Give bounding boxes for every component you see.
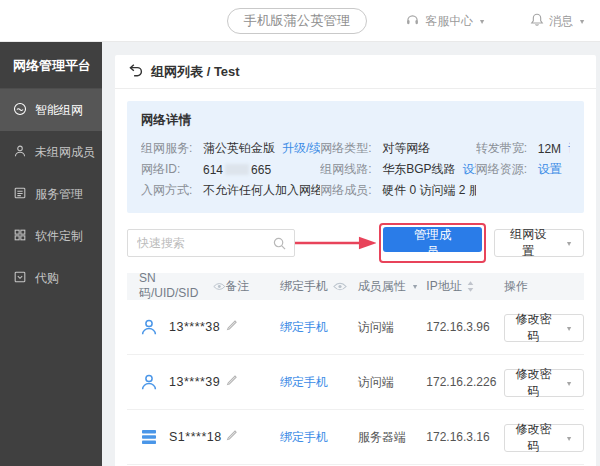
apps-grid-icon (13, 228, 27, 245)
member-ip: 172.16.3.96 (426, 320, 489, 334)
edit-note-icon[interactable] (225, 319, 238, 332)
sidebar-item-label: 软件定制 (35, 228, 83, 245)
main-content: 组网列表 / Test 网络详情 组网服务: 蒲公英铂金版 升级/续费 网络ID… (102, 42, 600, 466)
sidebar-title: 网络管理平台 (0, 42, 102, 89)
bind-phone-link[interactable]: 绑定手机 (280, 375, 328, 389)
line-settings-link[interactable]: 设置 (462, 161, 475, 178)
eye-icon[interactable] (213, 282, 226, 291)
col-header-action: 操作 (504, 278, 528, 295)
field-network-members: 网络成员: 硬件 0 访问端 2 服务器端 2 (320, 180, 476, 201)
server-member-icon (139, 427, 159, 447)
change-password-dropdown[interactable]: 修改密码▼ (504, 424, 584, 452)
sidebar-item-purchasing[interactable]: 代购 (0, 257, 102, 299)
back-icon[interactable] (128, 63, 143, 80)
field-network-service: 组网服务: 蒲公英铂金版 升级/续费 (141, 138, 320, 159)
edit-note-icon[interactable] (225, 429, 238, 442)
change-password-dropdown[interactable]: 修改密码▼ (504, 314, 584, 342)
sidebar-item-service-management[interactable]: 服务管理 (0, 173, 102, 215)
chevron-down-icon: ▼ (479, 17, 486, 25)
sidebar-item-software-customization[interactable]: 软件定制 (0, 215, 102, 257)
client-member-icon (139, 317, 159, 337)
top-header: 手机版蒲公英管理 客服中心 ▼ 消息 ▼ (0, 0, 600, 42)
resources-settings-link[interactable]: 设置 (538, 161, 562, 178)
bind-phone-link[interactable]: 绑定手机 (280, 430, 328, 444)
field-forward-bandwidth: 转发带宽: 12M 设置 (476, 138, 570, 159)
sidebar-item-label: 代购 (35, 270, 59, 287)
messages-label: 消息 (549, 13, 573, 30)
box-icon (13, 270, 27, 287)
member-role: 服务器端 (358, 430, 406, 444)
change-password-dropdown[interactable]: 修改密码▼ (504, 369, 584, 397)
sort-icon[interactable] (467, 281, 474, 292)
field-network-type: 网络类型: 对等网络 (320, 138, 476, 159)
chevron-down-icon: ▼ (565, 239, 572, 247)
network-details-panel: 网络详情 组网服务: 蒲公英铂金版 升级/续费 网络ID: 614 665 入网… (127, 101, 584, 213)
members-table: SN码/UID/SID 备注 绑定手机 成员属性 ▼ I (127, 273, 584, 466)
col-header-ip: IP地址 (426, 278, 461, 295)
annotation-arrow (295, 236, 376, 250)
breadcrumb-separator: / (207, 64, 211, 79)
person-icon (13, 144, 27, 161)
table-row: 13****38 绑定手机 访问端 172.16.3.96 修改密码▼ (127, 300, 584, 355)
smart-network-icon (13, 102, 27, 119)
chevron-down-icon: ▼ (578, 17, 585, 25)
network-settings-dropdown[interactable]: 组网设置 ▼ (494, 229, 584, 257)
col-header-role: 成员属性 (358, 278, 406, 295)
details-title: 网络详情 (141, 112, 570, 129)
support-center-label: 客服中心 (425, 13, 473, 30)
member-ip: 172.16.3.16 (426, 430, 489, 444)
eye-icon[interactable] (333, 282, 347, 291)
bandwidth-settings-link[interactable]: 设置 (568, 140, 570, 157)
sidebar-item-label: 未组网成员 (35, 144, 95, 161)
sidebar-item-smart-networking[interactable]: 智能组网 (0, 89, 102, 131)
support-center-menu[interactable]: 客服中心 ▼ (405, 13, 486, 30)
messages-menu[interactable]: 消息 ▼ (530, 12, 586, 30)
member-ip: 172.16.2.226 (426, 375, 496, 389)
redacted-id-segment (225, 164, 249, 175)
table-header-row: SN码/UID/SID 备注 绑定手机 成员属性 ▼ I (127, 273, 584, 300)
bind-phone-link[interactable]: 绑定手机 (280, 320, 328, 334)
member-role: 访问端 (358, 320, 394, 334)
edit-note-icon[interactable] (225, 374, 238, 387)
col-header-note: 备注 (225, 278, 249, 295)
breadcrumb: 组网列表 / Test (115, 55, 596, 89)
table-row: 13****39 绑定手机 访问端 172.16.2.226 修改密码▼ (127, 355, 584, 410)
mobile-manage-button[interactable]: 手机版蒲公英管理 (227, 8, 368, 34)
sidebar-item-label: 服务管理 (35, 186, 83, 203)
search-input[interactable] (127, 229, 295, 257)
search-icon (273, 237, 286, 250)
col-header-sn: SN码/UID/SID (139, 271, 208, 302)
headset-icon (405, 13, 420, 30)
table-row: S1****18 绑定手机 服务器端 172.16.3.16 修改密码▼ (127, 410, 584, 465)
breadcrumb-current: Test (214, 64, 240, 79)
field-network-id: 网络ID: 614 665 (141, 159, 320, 180)
upgrade-renew-link[interactable]: 升级/续费 (282, 140, 320, 157)
breadcrumb-section[interactable]: 组网列表 (151, 64, 203, 79)
sidebar-item-unnetworked-members[interactable]: 未组网成员 (0, 131, 102, 173)
sidebar-item-label: 智能组网 (35, 102, 83, 119)
chevron-down-icon: ▼ (565, 434, 572, 442)
manage-members-button[interactable]: 管理成员 (383, 227, 482, 252)
field-join-mode: 入网方式: 不允许任何人加入网络 设置 (141, 180, 320, 201)
field-network-line: 组网线路: 华东BGP线路 设置 (320, 159, 476, 180)
annotation-highlight-box: 管理成员 (379, 223, 486, 263)
document-icon (13, 186, 27, 203)
client-member-icon (139, 372, 159, 392)
col-header-bind: 绑定手机 (280, 278, 328, 295)
bell-icon (530, 12, 544, 30)
filter-caret-icon[interactable]: ▼ (411, 282, 418, 290)
member-role: 访问端 (358, 375, 394, 389)
field-network-resources: 网络资源: 设置 (476, 159, 570, 180)
toolbar: 管理成员 组网设置 ▼ (127, 223, 584, 263)
chevron-down-icon: ▼ (565, 324, 572, 332)
member-sn: S1****18 (169, 430, 222, 444)
chevron-down-icon: ▼ (565, 379, 572, 387)
member-sn: 13****38 (169, 320, 220, 334)
sidebar-nav: 网络管理平台 智能组网 未组网成员 服务管理 (0, 42, 102, 466)
member-sn: 13****39 (169, 375, 220, 389)
